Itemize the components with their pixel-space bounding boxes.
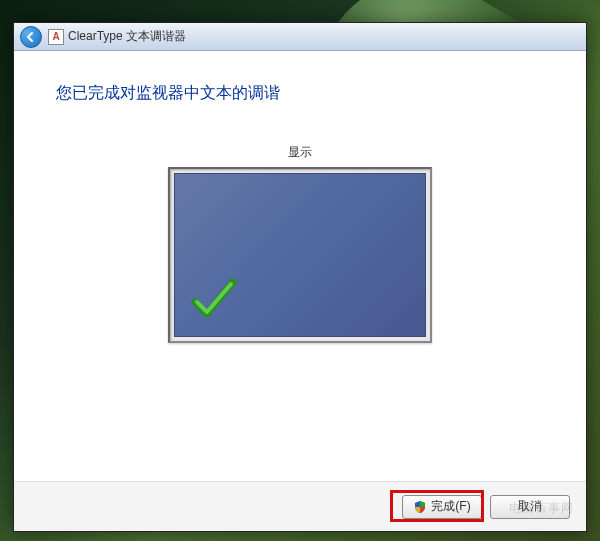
finish-button[interactable]: 完成(F) xyxy=(402,495,482,519)
app-icon: A xyxy=(48,29,64,45)
cancel-button-label: 取消 xyxy=(518,498,542,515)
footer-bar: 完成(F) 取消 xyxy=(14,481,586,531)
finish-button-label: 完成(F) xyxy=(431,498,470,515)
window-title: ClearType 文本调谐器 xyxy=(68,28,186,45)
monitor-preview-frame xyxy=(168,167,432,343)
monitor-preview-screen xyxy=(174,173,426,337)
checkmark-icon xyxy=(189,274,239,324)
dialog-window: A ClearType 文本调谐器 您已完成对监视器中文本的调谐 显示 xyxy=(13,22,587,532)
titlebar: A ClearType 文本调谐器 xyxy=(14,23,586,51)
page-heading: 您已完成对监视器中文本的调谐 xyxy=(56,83,544,104)
shield-icon xyxy=(413,500,427,514)
back-button[interactable] xyxy=(20,26,42,48)
monitor-label: 显示 xyxy=(56,144,544,161)
cancel-button[interactable]: 取消 xyxy=(490,495,570,519)
back-arrow-icon xyxy=(25,31,37,43)
content-area: 您已完成对监视器中文本的调谐 显示 xyxy=(14,51,586,481)
